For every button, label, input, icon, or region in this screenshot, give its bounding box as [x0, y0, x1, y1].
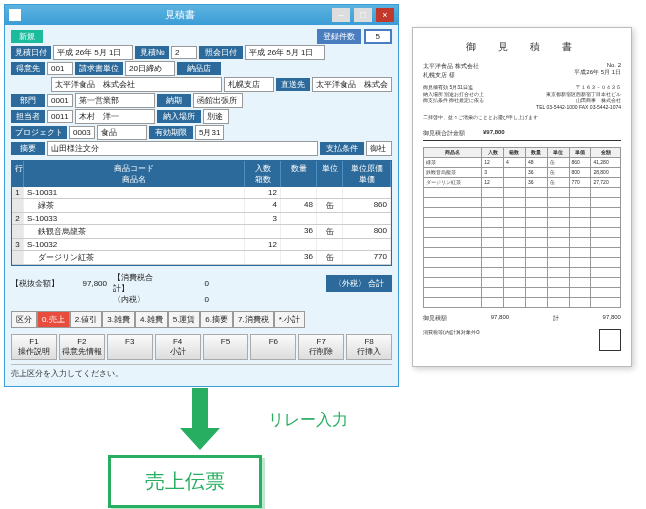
- seal-box: [599, 329, 621, 351]
- place-label: 納入場所: [157, 110, 201, 123]
- segment-label: 区分: [11, 311, 37, 328]
- table-row[interactable]: 鉄観音烏龍茶36缶800: [12, 225, 391, 239]
- maximize-button[interactable]: □: [354, 8, 372, 22]
- project-code[interactable]: 0003: [69, 126, 95, 139]
- dept-name[interactable]: 第一営業部: [75, 93, 155, 108]
- shipstore-label: 納品店: [177, 62, 221, 75]
- shipstore-field[interactable]: 札幌支店: [224, 77, 274, 92]
- fkey-f6[interactable]: F6: [250, 334, 296, 360]
- doc-table: 商品名入数箱数数量単位単価金額 緑茶12448缶86041,280鉄観音烏龍茶3…: [423, 147, 621, 308]
- segment-item[interactable]: 4.雑費: [135, 311, 168, 328]
- col-qty1: 入数箱数: [245, 161, 281, 187]
- pretax-label: 【税抜金額】: [11, 278, 61, 289]
- valid-label: 有効期限: [149, 126, 193, 139]
- requnit-label: 請求書単位: [75, 62, 123, 75]
- table-row[interactable]: 2S-100333: [12, 213, 391, 225]
- doc-total-label: 御見積合計金額: [423, 129, 483, 138]
- register-count: 登録件数 5: [317, 29, 392, 44]
- grid-body[interactable]: 1S-1003112緑茶448缶8602S-100333鉄観音烏龍茶36缶800…: [12, 187, 391, 265]
- close-button[interactable]: ×: [376, 8, 394, 22]
- quote-preview-doc: 御 見 積 書 太平洋食品 株式会社 札幌支店 様 No. 2 平成26年 5月…: [412, 27, 632, 367]
- table-row[interactable]: 1S-1003112: [12, 187, 391, 199]
- mode-tag: 新規: [11, 30, 43, 43]
- slipno-field[interactable]: 2: [171, 46, 197, 59]
- customer-code[interactable]: 001: [47, 62, 73, 75]
- slipno-label: 見積№: [135, 46, 169, 59]
- tax-label: 【消費税合計】: [113, 272, 163, 294]
- doc-total-value: ¥97,800: [483, 129, 505, 138]
- customer-name[interactable]: 太平洋食品 株式会社: [51, 77, 222, 92]
- doc-footer: 御見積額97,800 計97,800: [423, 314, 621, 323]
- dept-label: 部門: [11, 94, 45, 107]
- direct-field[interactable]: 太平洋食品 株式会: [312, 77, 392, 92]
- totals-row: 【税抜金額】 97,800 【消費税合計】 0 〈外税〉 合計: [11, 272, 392, 294]
- table-row[interactable]: 緑茶448缶860: [12, 199, 391, 213]
- fkey-f4[interactable]: F4小計: [155, 334, 201, 360]
- app-window: 見積書 – □ × 新規 登録件数 5 見積日付 平成 26年 5月 1日 見積…: [4, 4, 399, 387]
- delivery-field[interactable]: 函館出張所: [193, 93, 243, 108]
- dept-code[interactable]: 0001: [47, 94, 73, 107]
- register-value: 5: [364, 29, 392, 44]
- date-field[interactable]: 平成 26年 5月 1日: [53, 45, 133, 60]
- subject-field[interactable]: 山田様注文分: [47, 141, 318, 156]
- project-label: プロジェクト: [11, 126, 67, 139]
- doc-greeting: 二拝啓中、益々ご清栄のこととお慶び申し上げます: [423, 114, 621, 121]
- date-label: 見積日付: [11, 46, 51, 59]
- status-bar: 売上区分を入力してください。: [11, 364, 392, 379]
- fkey-f8[interactable]: F8行挿入: [346, 334, 392, 360]
- minimize-button[interactable]: –: [332, 8, 350, 22]
- segment-item[interactable]: 5.運賃: [168, 311, 201, 328]
- doc-conditions: 御見積有効 5月31日迄納入場所 別途お打合せの上御支払条件 御社規定に依る: [423, 84, 484, 110]
- delivery-label: 納期: [157, 94, 191, 107]
- sales-slip-callout: 売上伝票: [108, 455, 262, 508]
- customer-label: 得意先: [11, 62, 45, 75]
- col-qty2: 数量: [281, 161, 317, 187]
- window-body: 新規 登録件数 5 見積日付 平成 26年 5月 1日 見積№ 2 照会日付 平…: [5, 25, 398, 383]
- doc-from: 〒１６３－０４３５ 東京都新宿区西新宿丁目本社ビル 山田商事 株式会社 TEL …: [536, 84, 621, 110]
- relay-label: リレー入力: [268, 410, 348, 431]
- project-name[interactable]: 食品: [97, 125, 147, 140]
- refdate-field[interactable]: 平成 26年 5月 1日: [245, 45, 325, 60]
- tax-button[interactable]: 〈外税〉 合計: [326, 275, 392, 292]
- col-unit: 単位: [317, 161, 343, 187]
- inner-value: 0: [169, 295, 209, 304]
- app-icon: [9, 9, 21, 21]
- fkey-f7[interactable]: F7行削除: [298, 334, 344, 360]
- grid-header: 行 商品コード商品名 入数箱数 数量 単位 単位原価単価: [12, 161, 391, 187]
- inner-label: 〈内税〉: [113, 294, 163, 305]
- pay-label: 支払条件: [320, 142, 364, 155]
- titlebar[interactable]: 見積書 – □ ×: [5, 5, 398, 25]
- segment-item[interactable]: 2.値引: [70, 311, 103, 328]
- col-price: 単位原価単価: [343, 161, 391, 187]
- tax-value: 0: [169, 279, 209, 288]
- staff-code[interactable]: 0011: [47, 110, 73, 123]
- table-row[interactable]: ダージリン紅茶36缶770: [12, 251, 391, 265]
- col-row: 行: [12, 161, 24, 187]
- pay-field[interactable]: 御社: [366, 141, 392, 156]
- direct-label: 直送先: [276, 78, 310, 91]
- place-field[interactable]: 別途: [203, 109, 229, 124]
- segment-item[interactable]: *.小計: [274, 311, 305, 328]
- function-keys: F1操作説明F2得意先情報F3F4小計F5F6F7行削除F8行挿入: [11, 334, 392, 360]
- doc-title: 御 見 積 書: [423, 40, 621, 54]
- segment-item[interactable]: 7.消費税: [233, 311, 274, 328]
- pretax-value: 97,800: [67, 279, 107, 288]
- col-code: 商品コード商品名: [24, 161, 245, 187]
- valid-field[interactable]: 5月31: [195, 125, 224, 140]
- register-label: 登録件数: [317, 29, 361, 44]
- fkey-f1[interactable]: F1操作説明: [11, 334, 57, 360]
- fkey-f5[interactable]: F5: [203, 334, 249, 360]
- fkey-f2[interactable]: F2得意先情報: [59, 334, 105, 360]
- line-items-grid: 行 商品コード商品名 入数箱数 数量 単位 単位原価単価 1S-1003112緑…: [11, 160, 392, 266]
- segment-item[interactable]: 3.雑費: [102, 311, 135, 328]
- segment-item[interactable]: 6.摘要: [200, 311, 233, 328]
- window-title: 見積書: [27, 8, 332, 22]
- table-row[interactable]: 3S-1003212: [12, 239, 391, 251]
- doc-date: 平成26年 5月 1日: [574, 68, 621, 77]
- refdate-label: 照会日付: [199, 46, 243, 59]
- requnit-field[interactable]: 20日締め: [125, 61, 175, 76]
- fkey-f3[interactable]: F3: [107, 334, 153, 360]
- staff-label: 担当者: [11, 110, 45, 123]
- segment-item[interactable]: 0.売上: [37, 311, 70, 328]
- staff-name[interactable]: 木村 洋一: [75, 109, 155, 124]
